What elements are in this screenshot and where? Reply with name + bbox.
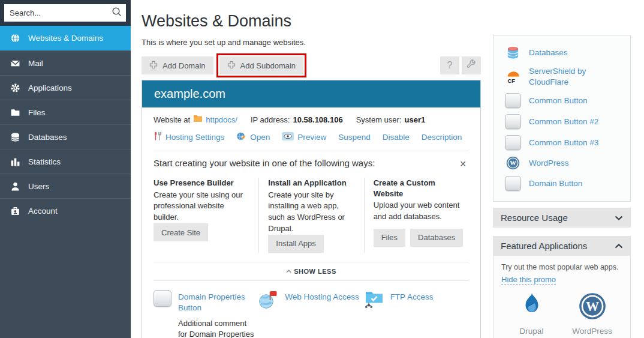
ip-label: IP address: bbox=[251, 115, 290, 124]
add-subdomain-button[interactable]: Add Subdomain bbox=[219, 56, 304, 74]
sidebar-item-account[interactable]: Account bbox=[0, 198, 131, 223]
featured-app-label: Drupal bbox=[520, 327, 544, 336]
blank-button-icon bbox=[154, 290, 171, 307]
featured-apps-grid: Drupal W WordPress bbox=[501, 292, 622, 338]
domain-properties-comment: Additional comment for Domain Properties… bbox=[178, 318, 256, 338]
left-sidebar: Websites & Domains Mail Applications Fil… bbox=[0, 0, 131, 338]
bar-chart-icon bbox=[10, 157, 20, 167]
ftp-access-link[interactable]: FTP Access bbox=[390, 292, 434, 303]
svg-text:CF: CF bbox=[507, 77, 515, 84]
domain-info-row: Website at httpdocs/ IP address: 10.58.1… bbox=[154, 115, 469, 124]
sidebar-item-mail[interactable]: Mail bbox=[0, 50, 131, 75]
domain-tools-row: Domain Properties Button Additional comm… bbox=[154, 281, 469, 338]
quick-link-wordpress[interactable]: W WordPress bbox=[493, 153, 630, 173]
featured-applications-title: Featured Applications bbox=[501, 241, 587, 251]
globe-arrow-icon bbox=[236, 131, 246, 143]
sidebar-item-label: Users bbox=[28, 182, 49, 191]
sidebar-item-label: Files bbox=[28, 108, 46, 117]
hosting-settings-link[interactable]: Hosting Settings bbox=[154, 131, 224, 143]
globe-flag-icon bbox=[258, 290, 278, 311]
files-button[interactable]: Files bbox=[374, 229, 405, 247]
databases-button[interactable]: Databases bbox=[410, 229, 463, 247]
sidebar-item-files[interactable]: Files bbox=[0, 100, 131, 124]
promo-col-presence-builder: Use Presence Builder Create your site us… bbox=[154, 178, 258, 253]
database-color-icon bbox=[505, 46, 521, 60]
blank-button-icon bbox=[505, 114, 521, 129]
sidebar-item-label: Mail bbox=[28, 59, 43, 68]
quick-link-servershield[interactable]: CF ServerShield by CloudFlare bbox=[493, 63, 630, 90]
add-domain-button[interactable]: Add Domain bbox=[142, 56, 213, 74]
chevron-up-icon bbox=[615, 244, 623, 249]
quick-link-label: Common Button #2 bbox=[529, 116, 598, 127]
show-less-toggle[interactable]: SHOW LESS bbox=[154, 262, 469, 281]
system-user-value: user1 bbox=[404, 115, 425, 124]
toolbar: Add Domain Add Subdomain ? bbox=[142, 53, 481, 77]
ftp-folder-icon bbox=[364, 290, 384, 310]
featured-applications-header[interactable]: Featured Applications bbox=[493, 236, 631, 256]
plus-icon bbox=[227, 61, 236, 71]
search-input[interactable] bbox=[10, 8, 112, 17]
user-icon bbox=[10, 181, 20, 192]
description-link[interactable]: Description bbox=[422, 133, 462, 142]
page-title: Websites & Domains bbox=[142, 12, 481, 30]
quick-link-label: ServerShield by CloudFlare bbox=[529, 66, 623, 87]
svg-text:W: W bbox=[585, 299, 598, 314]
blank-button-icon bbox=[505, 176, 521, 191]
sidebar-item-label: Databases bbox=[28, 133, 67, 142]
quick-link-common-button-3[interactable]: Common Button #3 bbox=[493, 132, 630, 153]
sidebar-item-label: Statistics bbox=[28, 157, 61, 166]
preview-link[interactable]: Preview bbox=[282, 132, 326, 142]
tools-button[interactable] bbox=[462, 56, 481, 74]
web-hosting-access-link[interactable]: Web Hosting Access bbox=[285, 292, 359, 303]
blank-button-icon bbox=[505, 135, 521, 150]
id-badge-icon bbox=[10, 206, 20, 216]
sidebar-item-databases[interactable]: Databases bbox=[0, 124, 131, 149]
featured-applications-subtitle: Try out the most popular web apps. bbox=[501, 262, 622, 273]
blank-button-icon bbox=[505, 93, 521, 108]
database-icon bbox=[10, 132, 20, 142]
svg-text:W: W bbox=[510, 160, 516, 166]
search-box[interactable] bbox=[4, 4, 126, 22]
promo-col-install-application: Install an Application Create your site … bbox=[258, 178, 363, 253]
create-site-button[interactable]: Create Site bbox=[154, 223, 208, 241]
featured-app-wordpress[interactable]: W WordPress bbox=[562, 292, 622, 336]
open-site-link[interactable]: Open bbox=[236, 131, 270, 143]
suspend-link[interactable]: Suspend bbox=[338, 133, 370, 142]
domain-title: example.com bbox=[142, 80, 480, 107]
sidebar-item-users[interactable]: Users bbox=[0, 174, 131, 198]
disable-link[interactable]: Disable bbox=[383, 133, 410, 142]
search-icon[interactable] bbox=[112, 7, 122, 19]
ip-value: 10.58.108.106 bbox=[293, 115, 342, 124]
promo-title: Start creating your website in one of th… bbox=[154, 158, 375, 168]
sidebar-item-websites-domains[interactable]: Websites & Domains bbox=[0, 26, 131, 50]
quick-link-label: Databases bbox=[529, 47, 568, 58]
httpdocs-link[interactable]: httpdocs/ bbox=[206, 115, 237, 124]
domain-panel-body: Website at httpdocs/ IP address: 10.58.1… bbox=[142, 107, 480, 338]
chevron-down-icon bbox=[615, 216, 623, 220]
sidebar-nav: Websites & Domains Mail Applications Fil… bbox=[0, 26, 131, 223]
install-apps-button[interactable]: Install Apps bbox=[268, 235, 324, 253]
domain-properties-button-link[interactable]: Domain Properties Button bbox=[178, 292, 258, 313]
featured-app-drupal[interactable]: Drupal bbox=[501, 292, 562, 336]
quick-link-common-button-2[interactable]: Common Button #2 bbox=[493, 111, 630, 132]
sidebar-item-applications[interactable]: Applications bbox=[0, 75, 131, 100]
quick-link-databases[interactable]: Databases bbox=[493, 43, 630, 63]
sidebar-item-statistics[interactable]: Statistics bbox=[0, 149, 131, 174]
add-subdomain-highlight: Add Subdomain bbox=[216, 53, 307, 77]
help-button[interactable]: ? bbox=[440, 56, 459, 74]
promo-col-heading: Create a Custom Website bbox=[374, 178, 461, 199]
quick-link-label: Common Button #3 bbox=[529, 137, 598, 148]
featured-app-label: WordPress bbox=[572, 327, 612, 336]
quick-link-common-button[interactable]: Common Button bbox=[493, 90, 630, 111]
wordpress-icon: W bbox=[505, 156, 521, 170]
ftp-access-tool: FTP Access bbox=[364, 290, 469, 338]
quick-link-domain-button[interactable]: Domain Button bbox=[493, 173, 630, 194]
close-icon[interactable]: ✕ bbox=[457, 158, 469, 170]
featured-applications-body: Try out the most popular web apps. Hide … bbox=[493, 256, 631, 338]
hide-promo-link[interactable]: Hide this promo bbox=[501, 275, 556, 285]
add-subdomain-label: Add Subdomain bbox=[240, 61, 296, 70]
mail-icon bbox=[10, 58, 20, 68]
sidebar-item-label: Account bbox=[28, 207, 58, 216]
resource-usage-header[interactable]: Resource Usage bbox=[493, 208, 631, 228]
quick-link-label: Domain Button bbox=[529, 178, 582, 189]
